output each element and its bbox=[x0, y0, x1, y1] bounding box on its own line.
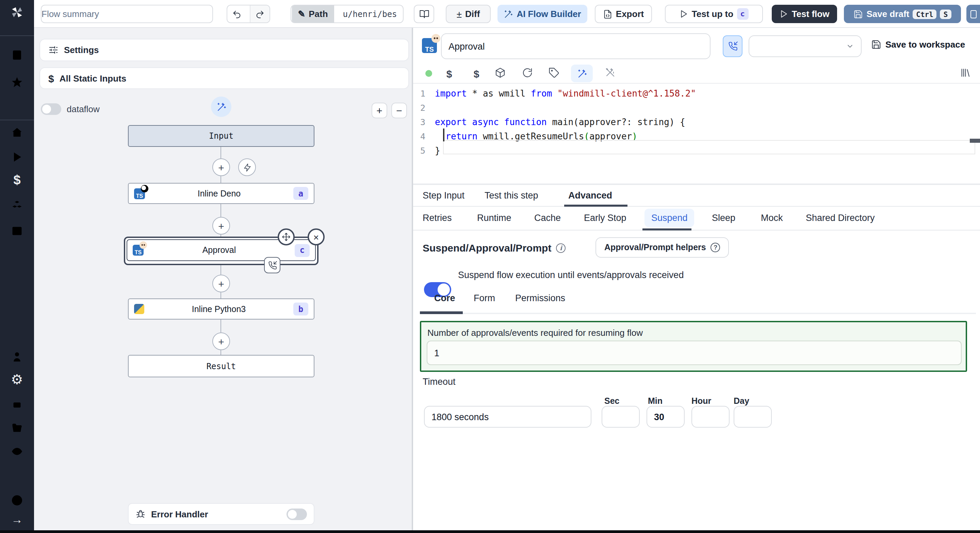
flow-node-input[interactable]: Input bbox=[128, 125, 314, 147]
folder-icon[interactable] bbox=[11, 422, 23, 435]
docs-button[interactable] bbox=[414, 5, 434, 23]
info-icon[interactable]: i bbox=[556, 243, 566, 252]
resource-picker-icon[interactable]: $ bbox=[469, 66, 484, 81]
tab-early-stop[interactable]: Early Stop bbox=[584, 213, 627, 223]
tab-advanced-active[interactable]: Advanced bbox=[568, 190, 612, 201]
approvals-required-input[interactable]: 1 bbox=[427, 341, 962, 365]
error-handler-label: Error Handler bbox=[151, 509, 281, 519]
timeout-input[interactable]: 1800 seconds bbox=[424, 406, 592, 428]
package-icon[interactable] bbox=[495, 67, 506, 78]
ai-wand-button[interactable] bbox=[211, 97, 231, 117]
phone-incoming-icon bbox=[728, 41, 737, 51]
tab-retries[interactable]: Retries bbox=[423, 213, 452, 223]
timeout-sec-input[interactable] bbox=[601, 406, 640, 428]
save-to-workspace-button[interactable]: Save to workspace bbox=[871, 40, 965, 50]
add-step-button[interactable]: + bbox=[212, 332, 230, 350]
zoom-in-button[interactable]: + bbox=[372, 103, 387, 118]
calendar-icon[interactable] bbox=[11, 224, 23, 236]
tab-sleep[interactable]: Sleep bbox=[712, 213, 735, 223]
undo-redo-group bbox=[227, 5, 270, 23]
reload-icon[interactable] bbox=[522, 67, 533, 78]
gear-icon[interactable]: ⚙ bbox=[11, 373, 23, 385]
diff-button[interactable]: ± Diff bbox=[446, 5, 491, 23]
tab-form[interactable]: Form bbox=[474, 293, 495, 303]
deploy-button-partial[interactable] bbox=[966, 5, 980, 23]
add-step-button[interactable]: + bbox=[212, 274, 230, 292]
play-icon[interactable] bbox=[11, 151, 23, 163]
code-line[interactable]: 3export async function main(approver?: s… bbox=[413, 115, 980, 129]
suspend-phone-badge[interactable] bbox=[264, 257, 280, 273]
ai-disabled-icon[interactable] bbox=[605, 67, 615, 78]
path-label-segment: ✎ Path bbox=[292, 5, 334, 22]
tab-suspend-active[interactable]: Suspend bbox=[644, 209, 695, 227]
ai-flow-builder-button[interactable]: AI Flow Builder bbox=[498, 5, 587, 23]
suspend-section-title: Suspend/Approval/Prompt bbox=[423, 242, 551, 254]
timeout-hour-input[interactable] bbox=[692, 406, 730, 428]
test-up-to-button[interactable]: Test up to c bbox=[665, 5, 763, 23]
tab-shared-directory[interactable]: Shared Directory bbox=[806, 213, 875, 223]
code-line[interactable]: 2 bbox=[413, 101, 980, 115]
home-icon[interactable] bbox=[11, 127, 23, 139]
tab-core-active[interactable]: Core bbox=[434, 293, 455, 303]
timeout-min-input[interactable]: 30 bbox=[646, 406, 685, 428]
flow-settings-bar[interactable]: Settings bbox=[40, 39, 409, 61]
book-open-icon bbox=[419, 9, 429, 19]
subtabs-border bbox=[413, 230, 980, 230]
all-static-inputs-bar[interactable]: $ All Static Inputs bbox=[40, 67, 409, 89]
tab-runtime[interactable]: Runtime bbox=[477, 213, 511, 223]
test-flow-button[interactable]: Test flow bbox=[772, 5, 837, 23]
step-id-badge: a bbox=[293, 187, 308, 200]
error-handler-toggle[interactable] bbox=[286, 508, 307, 520]
code-token bbox=[467, 117, 472, 127]
flow-node-approval-selected[interactable]: TS Approval c × bbox=[124, 236, 318, 265]
person-icon[interactable] bbox=[11, 351, 23, 363]
code-token: "windmill-client@^1.158.2" bbox=[557, 88, 696, 98]
zoom-out-button[interactable]: − bbox=[391, 103, 407, 118]
redo-button[interactable] bbox=[250, 5, 269, 22]
help-circle-icon[interactable] bbox=[11, 494, 23, 506]
flow-summary-input[interactable]: Flow summary bbox=[41, 5, 213, 23]
app-sidebar: $ ⚙ → bbox=[0, 0, 34, 533]
chevron-down-icon bbox=[846, 42, 854, 50]
trigger-button[interactable] bbox=[238, 159, 256, 176]
suspend-phone-toggle-button[interactable] bbox=[723, 35, 743, 57]
path-button[interactable]: ✎ Path u/henri/bes bbox=[291, 5, 404, 23]
editor-scrollbar-mark[interactable] bbox=[970, 139, 980, 143]
library-icon[interactable] bbox=[959, 67, 970, 78]
timeout-day-input[interactable] bbox=[733, 406, 772, 428]
tab-test-this-step[interactable]: Test this step bbox=[485, 190, 538, 201]
code-line[interactable]: 1import * as wmill from "windmill-client… bbox=[413, 86, 980, 101]
arrow-right-icon[interactable]: → bbox=[11, 514, 23, 526]
tab-step-input[interactable]: Step Input bbox=[423, 190, 465, 201]
step-name-input[interactable]: Approval bbox=[441, 33, 711, 59]
error-handler-bar[interactable]: Error Handler bbox=[128, 503, 314, 525]
eye-icon[interactable] bbox=[11, 445, 23, 458]
flow-node-result[interactable]: Result bbox=[128, 355, 314, 377]
editor-status-dot bbox=[425, 70, 432, 77]
tab-mock[interactable]: Mock bbox=[761, 213, 783, 223]
flow-node-inline-python[interactable]: Inline Python3 b bbox=[128, 298, 314, 319]
tab-cache[interactable]: Cache bbox=[534, 213, 561, 223]
robot-icon[interactable] bbox=[11, 398, 23, 411]
delete-node-button[interactable]: × bbox=[308, 228, 325, 246]
tab-permissions[interactable]: Permissions bbox=[515, 293, 565, 303]
tag-icon[interactable] bbox=[549, 67, 559, 78]
windmill-logo-icon[interactable] bbox=[10, 5, 24, 21]
star-icon[interactable] bbox=[11, 76, 23, 88]
ai-assistant-button-active[interactable] bbox=[571, 65, 593, 82]
building-icon[interactable] bbox=[11, 49, 23, 61]
variable-picker-icon[interactable]: $ bbox=[442, 66, 457, 81]
dataflow-toggle[interactable] bbox=[41, 103, 61, 115]
add-step-button[interactable]: + bbox=[212, 159, 230, 176]
dollar-icon[interactable]: $ bbox=[11, 174, 23, 186]
save-draft-button[interactable]: Save draft Ctrl S bbox=[844, 5, 961, 23]
step-id-badge: b bbox=[293, 303, 308, 316]
undo-button[interactable] bbox=[227, 5, 247, 22]
cubes-icon[interactable] bbox=[11, 200, 23, 212]
export-button[interactable]: Export bbox=[595, 5, 652, 23]
move-node-handle[interactable] bbox=[278, 228, 295, 246]
approval-prompt-helpers-button[interactable]: Approval/Prompt helpers ? bbox=[595, 237, 729, 258]
add-step-button[interactable]: + bbox=[212, 217, 230, 235]
flow-node-inline-deno[interactable]: TS Inline Deno a bbox=[128, 183, 314, 204]
script-version-select[interactable] bbox=[749, 35, 862, 57]
